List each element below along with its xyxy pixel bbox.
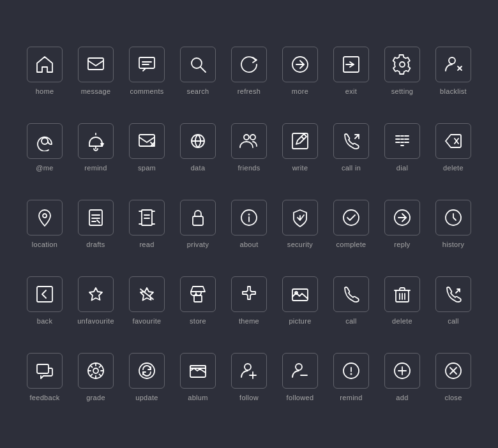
location-icon-box [27,200,63,235]
remind-icon-box [78,123,114,159]
setting-icon-box [384,47,420,82]
setting-item[interactable]: setting [377,33,428,109]
security-item[interactable]: security [275,186,326,262]
add-item[interactable]: add [377,339,428,415]
update-icon-box [129,353,165,389]
unfavourite-icon [86,284,106,304]
message-icon [86,54,106,75]
write-icon [290,131,310,151]
complete-label: complete [336,241,366,248]
more-item[interactable]: more [275,33,326,109]
delete-item[interactable]: delete [428,109,479,186]
add-icon-box [384,353,420,389]
data-icon-box [180,123,216,159]
comments-icon-box [129,47,165,82]
history-icon-box [435,200,471,235]
friends-item[interactable]: friends [223,109,275,186]
close-item[interactable]: close [428,339,479,415]
blacklist-label: blacklist [440,87,467,95]
store-item[interactable]: store [172,262,223,339]
comments-icon [137,54,157,75]
unfavourite-icon-box [78,276,114,312]
grade-icon-box [78,353,114,389]
atme-item[interactable]: @me [19,109,70,186]
history-label: history [442,241,465,248]
delete2-item[interactable]: delete [377,262,428,339]
spam-item[interactable]: spam [121,109,172,186]
data-item[interactable]: data [172,109,223,186]
drafts-icon [86,207,106,228]
ablum-icon [188,361,208,381]
about-item[interactable]: about [223,186,275,262]
drafts-item[interactable]: drafts [70,186,121,262]
refresh-item[interactable]: refresh [223,33,275,109]
comments-item[interactable]: comments [121,33,172,109]
about-icon-box [231,200,267,235]
privaty-icon [188,207,208,228]
about-icon [239,207,259,228]
complete-item[interactable]: complete [326,186,377,262]
favourite-icon-box [129,276,165,312]
unfavourite-item[interactable]: unfavourite [70,262,121,339]
dial-item[interactable]: dial [377,109,428,186]
about-label: about [239,241,258,248]
feedback-item[interactable]: feedback [19,339,70,415]
home-item[interactable]: home [19,33,70,109]
theme-item[interactable]: theme [223,262,275,339]
follow-label: follow [239,394,259,401]
history-item[interactable]: history [428,186,479,262]
followed-item[interactable]: followed [275,339,326,415]
svg-rect-43 [89,210,102,225]
call2-item[interactable]: call [428,262,479,339]
update-item[interactable]: update [121,339,172,415]
data-label: data [191,164,206,172]
icon-grid: home message comments [6,20,492,428]
followed-icon [290,361,310,381]
follow-item[interactable]: follow [223,339,275,415]
remind2-item[interactable]: remind [326,339,377,415]
unfavourite-label: unfavourite [77,317,114,325]
grade-item[interactable]: grade [70,339,121,415]
privaty-item[interactable]: privaty [172,186,223,262]
search-icon-box [180,47,216,82]
picture-item[interactable]: picture [275,262,326,339]
reply-item[interactable]: reply [377,186,428,262]
location-item[interactable]: location [19,186,70,262]
reply-label: reply [394,241,410,248]
write-item[interactable]: write [275,109,326,186]
favourite-icon [137,284,157,304]
feedback-icon [34,361,55,381]
svg-line-26 [301,137,304,139]
blacklist-item[interactable]: blacklist [428,33,479,109]
search-item[interactable]: search [172,33,223,109]
refresh-label: refresh [238,87,260,95]
remind2-icon-box [333,353,369,389]
svg-point-59 [343,210,359,225]
callin-item[interactable]: call in [326,109,377,186]
call-icon-box [333,276,369,312]
message-item[interactable]: message [70,33,121,109]
read-item[interactable]: read [121,186,172,262]
setting-icon [392,54,412,75]
svg-rect-0 [88,58,103,70]
followed-icon-box [282,353,318,389]
favourite-item[interactable]: favourite [121,262,172,339]
spam-icon-box [129,123,165,159]
ablum-item[interactable]: ablum [172,339,223,415]
search-label: search [187,87,209,95]
svg-point-24 [250,135,255,140]
remind-item[interactable]: remind [70,109,121,186]
grade-label: grade [86,394,105,401]
follow-icon-box [231,353,267,389]
exit-item[interactable]: exit [326,33,377,109]
more-icon-box [282,47,318,82]
call-item[interactable]: call [326,262,377,339]
back-item[interactable]: back [19,262,70,339]
store-icon-box [180,276,216,312]
delete2-icon [392,284,412,304]
svg-rect-47 [142,210,152,225]
atme-icon-box [27,123,63,159]
svg-point-11 [449,57,455,64]
read-icon-box [129,200,165,235]
refresh-icon-box [231,47,267,82]
